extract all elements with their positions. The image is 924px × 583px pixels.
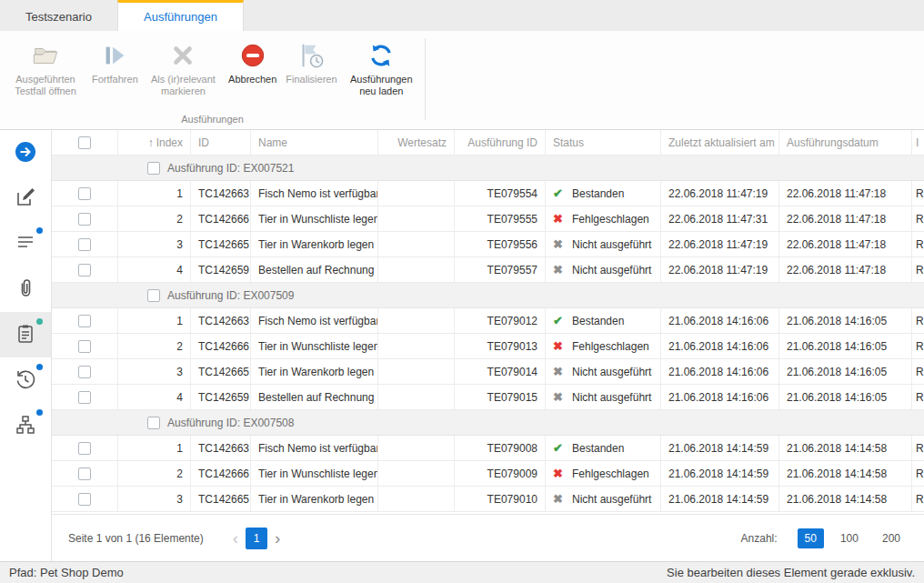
cell-extra: R bbox=[912, 232, 924, 256]
sidebar-item-executions[interactable] bbox=[0, 312, 51, 357]
table-row[interactable]: 3 TC142665 Tier in Warenkorb legen TE079… bbox=[52, 487, 924, 512]
row-checkbox[interactable] bbox=[78, 493, 91, 506]
finalize-button[interactable]: Finalisieren bbox=[281, 38, 341, 87]
column-header-id[interactable]: ID bbox=[191, 130, 251, 155]
page-size-100-button[interactable]: 100 bbox=[833, 528, 866, 548]
cell-id: TC142663 bbox=[191, 436, 251, 460]
cell-ausfuehrung-id: TE079013 bbox=[455, 334, 546, 358]
row-checkbox[interactable] bbox=[78, 315, 91, 327]
cell-index: 3 bbox=[118, 487, 191, 511]
previous-page-icon[interactable]: ‹ bbox=[227, 529, 244, 547]
notification-dot bbox=[36, 227, 43, 234]
sidebar-item-go[interactable] bbox=[0, 130, 51, 176]
row-checkbox[interactable] bbox=[78, 238, 91, 251]
mark-irrelevant-button[interactable]: Als (ir)relevant markieren bbox=[143, 38, 224, 99]
tab-testszenario[interactable]: Testszenario bbox=[0, 0, 117, 31]
cell-name: Fisch Nemo ist verfügbar bbox=[251, 436, 378, 460]
page-size-200-button[interactable]: 200 bbox=[875, 528, 908, 548]
finalize-flag-icon bbox=[297, 40, 325, 71]
list-icon bbox=[15, 232, 36, 256]
cancel-button[interactable]: Abbrechen bbox=[224, 38, 281, 87]
status-text: Nicht ausgeführt bbox=[572, 493, 651, 506]
status-text: Nicht ausgeführt bbox=[572, 238, 651, 251]
cell-wertesatz bbox=[378, 436, 455, 460]
status-text: Fehlgeschlagen bbox=[572, 213, 649, 226]
cell-wertesatz bbox=[378, 308, 455, 333]
column-header-checkbox bbox=[52, 130, 118, 155]
next-page-icon[interactable]: › bbox=[269, 529, 286, 547]
cell-updated: 21.06.2018 14:16:06 bbox=[661, 359, 779, 384]
column-header-index[interactable]: ↑Index bbox=[118, 130, 191, 155]
cell-wertesatz bbox=[378, 461, 455, 486]
column-header-name[interactable]: Name bbox=[251, 130, 378, 155]
x-mark-icon bbox=[169, 40, 196, 71]
column-header-status[interactable]: Status bbox=[546, 130, 661, 155]
cell-ausfuehrung-id: TE079554 bbox=[455, 181, 546, 206]
reload-executions-button[interactable]: Ausführungen neu laden bbox=[342, 38, 421, 99]
cell-extra: R bbox=[912, 436, 924, 460]
row-checkbox[interactable] bbox=[78, 366, 91, 378]
cell-index: 1 bbox=[118, 436, 191, 460]
row-checkbox[interactable] bbox=[78, 442, 91, 455]
cell-id: TC142663 bbox=[191, 308, 251, 333]
cell-index: 1 bbox=[118, 308, 191, 333]
group-checkbox[interactable] bbox=[147, 417, 160, 429]
tab-ausfuehrungen[interactable]: Ausführungen bbox=[117, 0, 244, 31]
cell-index: 4 bbox=[118, 385, 191, 409]
group-checkbox[interactable] bbox=[147, 162, 160, 175]
group-header-row[interactable]: Ausführung ID: EX007509 bbox=[52, 283, 924, 308]
sidebar-item-list[interactable] bbox=[0, 221, 51, 266]
table-row[interactable]: 1 TC142663 Fisch Nemo ist verfügbar TE07… bbox=[52, 436, 924, 461]
group-header-row[interactable]: Ausführung ID: EX007521 bbox=[52, 156, 924, 181]
select-all-checkbox[interactable] bbox=[78, 136, 91, 149]
cell-ausfuehrung-id: TE079557 bbox=[455, 257, 546, 282]
open-executed-testcase-button[interactable]: Ausgeführten Testfall öffnen bbox=[4, 38, 87, 99]
sidebar-item-attachments[interactable] bbox=[0, 266, 51, 312]
row-checkbox[interactable] bbox=[78, 187, 91, 200]
cell-date: 22.06.2018 11:47:18 bbox=[779, 257, 912, 282]
column-header-ausfuehrung-id[interactable]: Ausführung ID bbox=[455, 130, 546, 155]
cell-extra: R bbox=[912, 181, 924, 206]
cell-updated: 22.06.2018 11:47:19 bbox=[661, 257, 779, 282]
cell-date: 21.06.2018 14:16:05 bbox=[779, 334, 912, 358]
table-row[interactable]: 2 TC142666 Tier in Wunschliste legen TE0… bbox=[52, 206, 924, 232]
row-checkbox[interactable] bbox=[78, 264, 91, 276]
group-header-row[interactable]: Ausführung ID: EX007508 bbox=[52, 410, 924, 436]
column-header-updated[interactable]: Zuletzt aktualisiert am bbox=[661, 130, 779, 155]
cell-id: TC142666 bbox=[191, 206, 251, 231]
page-size-50-button[interactable]: 50 bbox=[798, 528, 824, 548]
table-row[interactable]: 2 TC142666 Tier in Wunschliste legen TE0… bbox=[52, 461, 924, 487]
cell-name: Tier in Warenkorb legen bbox=[251, 359, 378, 384]
cell-id: TC142665 bbox=[191, 487, 251, 511]
sidebar bbox=[0, 130, 52, 561]
table-row[interactable]: 2 TC142666 Tier in Wunschliste legen TE0… bbox=[52, 334, 924, 359]
status-icon: ✔ bbox=[553, 186, 567, 200]
row-checkbox[interactable] bbox=[78, 391, 91, 404]
table-row[interactable]: 1 TC142663 Fisch Nemo ist verfügbar TE07… bbox=[52, 181, 924, 206]
sidebar-item-history[interactable] bbox=[0, 357, 51, 403]
table-row[interactable]: 3 TC142665 Tier in Warenkorb legen TE079… bbox=[52, 232, 924, 257]
sort-ascending-icon: ↑ bbox=[148, 136, 154, 149]
row-checkbox[interactable] bbox=[78, 340, 91, 353]
continue-button[interactable]: Fortfahren bbox=[87, 38, 143, 87]
column-header-wertesatz[interactable]: Wertesatz bbox=[378, 130, 455, 155]
sidebar-item-edit[interactable] bbox=[0, 176, 51, 221]
row-checkbox[interactable] bbox=[78, 213, 91, 226]
cell-checkbox bbox=[52, 359, 118, 384]
table-row[interactable]: 1 TC142663 Fisch Nemo ist verfügbar TE07… bbox=[52, 308, 924, 334]
cell-name: Tier in Wunschliste legen bbox=[251, 334, 378, 358]
row-checkbox[interactable] bbox=[78, 467, 91, 480]
executions-table: ↑Index ID Name Wertesatz Ausführung ID S… bbox=[52, 130, 924, 514]
pagination-info: Seite 1 von 1 (16 Elemente) bbox=[68, 532, 204, 545]
cell-id: TC142665 bbox=[191, 359, 251, 384]
status-icon: ✖ bbox=[553, 212, 567, 226]
group-checkbox[interactable] bbox=[147, 289, 160, 302]
column-header-date[interactable]: Ausführungsdatum bbox=[779, 130, 912, 155]
table-row[interactable]: 3 TC142665 Tier in Warenkorb legen TE079… bbox=[52, 359, 924, 385]
resume-icon bbox=[101, 40, 128, 71]
table-row[interactable]: 4 TC142659 Bestellen auf Rechnung TE0790… bbox=[52, 385, 924, 410]
page-number-button[interactable]: 1 bbox=[246, 528, 267, 549]
table-row[interactable]: 4 TC142659 Bestellen auf Rechnung TE0795… bbox=[52, 257, 924, 283]
column-header-extra[interactable]: I bbox=[912, 130, 924, 155]
sidebar-item-hierarchy[interactable] bbox=[0, 403, 51, 448]
